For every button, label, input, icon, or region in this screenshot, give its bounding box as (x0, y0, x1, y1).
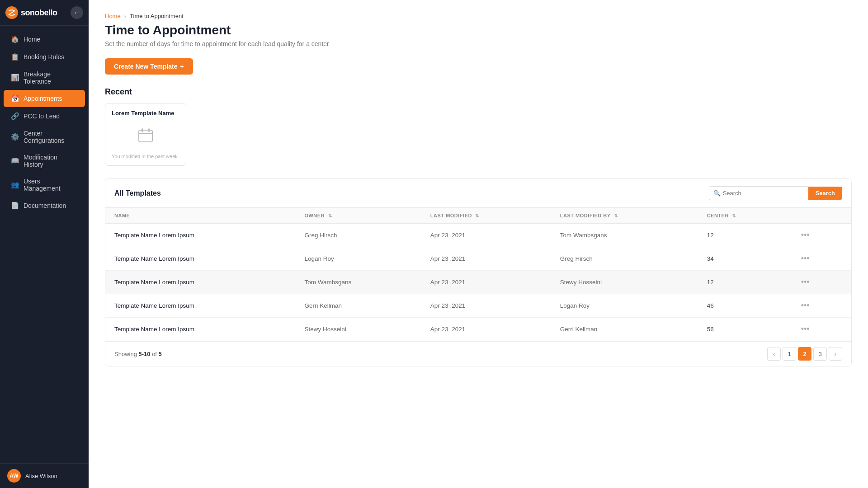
breakage-tolerance-icon: 📊 (11, 74, 19, 82)
center-sort-icon[interactable]: ⇅ (732, 213, 736, 218)
users-management-icon: 👥 (11, 181, 19, 189)
cell-center: 46 (698, 294, 789, 318)
logo-text: sonobello (21, 8, 57, 18)
next-page-button[interactable]: › (829, 347, 842, 361)
col-header-last-modified-by: LAST MODIFIED BY ⇅ (551, 208, 698, 224)
booking-rules-icon: 📋 (11, 53, 19, 61)
col-header-owner: OWNER ⇅ (295, 208, 421, 224)
page-title: Time to Appointment (105, 23, 852, 38)
sidebar-item-center-configurations[interactable]: ⚙️Center Configurations (4, 125, 85, 149)
sidebar-item-pcc-to-lead[interactable]: 🔗PCC to Lead (4, 108, 85, 125)
col-header-center: CENTER ⇅ (698, 208, 789, 224)
sidebar-item-modification-history[interactable]: 📖Modification History (4, 149, 85, 173)
sidebar-header: sonobello ← (0, 0, 89, 26)
last-modified-sort-icon[interactable]: ⇅ (475, 213, 479, 218)
sidebar-item-home[interactable]: 🏠Home (4, 31, 85, 48)
table-row: Template Name Lorem Ipsum Greg Hirsch Ap… (105, 224, 851, 247)
cell-owner: Stewy Hosseini (295, 318, 421, 341)
pcc-to-lead-icon: 🔗 (11, 112, 19, 120)
main-content: Home › Time to Appointment Time to Appoi… (89, 0, 868, 488)
sidebar-item-breakage-tolerance[interactable]: 📊Breakage Tolerance (4, 66, 85, 89)
create-new-template-button[interactable]: Create New Template + (105, 58, 193, 75)
sidebar-item-label: Appointments (24, 95, 62, 102)
cell-name[interactable]: Template Name Lorem Ipsum (105, 247, 295, 271)
showing-range: 5-10 (138, 351, 150, 357)
center-configurations-icon: ⚙️ (11, 133, 19, 141)
search-input-container: 🔍 (709, 186, 808, 200)
cell-last-modified: Apr 23 ,2021 (421, 224, 551, 247)
row-actions-button[interactable]: ••• (798, 253, 812, 264)
sidebar-item-users-management[interactable]: 👥Users Management (4, 173, 85, 197)
templates-table: NAME OWNER ⇅ LAST MODIFIED ⇅ LAST MODIFI… (105, 208, 851, 341)
page-1-button[interactable]: 1 (783, 347, 796, 361)
cell-last-modified: Apr 23 ,2021 (421, 271, 551, 294)
table-row: Template Name Lorem Ipsum Tom Wambsgans … (105, 271, 851, 294)
col-header-last-modified: LAST MODIFIED ⇅ (421, 208, 551, 224)
sidebar-item-label: Booking Rules (24, 53, 64, 61)
cell-last-modified-by: Gerri Kellman (551, 318, 698, 341)
create-btn-label: Create New Template (114, 63, 178, 70)
recent-card-footer: You modified in the past week (112, 154, 179, 159)
page-subtitle: Set the number of days for time to appoi… (105, 40, 852, 47)
prev-page-button[interactable]: ‹ (767, 347, 781, 361)
sidebar: sonobello ← 🏠Home📋Booking Rules📊Breakage… (0, 0, 89, 488)
cell-last-modified-by: Greg Hirsch (551, 247, 698, 271)
last-modified-by-sort-icon[interactable]: ⇅ (614, 213, 618, 218)
recent-card-icon (112, 124, 179, 146)
cell-last-modified-by: Tom Wambsgans (551, 224, 698, 247)
templates-header: All Templates 🔍 Search (105, 179, 851, 208)
cell-last-modified: Apr 23 ,2021 (421, 294, 551, 318)
sidebar-item-appointments[interactable]: 📅Appointments (4, 90, 85, 107)
table-header: NAME OWNER ⇅ LAST MODIFIED ⇅ LAST MODIFI… (105, 208, 851, 224)
avatar: AW (7, 469, 21, 483)
logo-icon (5, 6, 18, 19)
cell-center: 12 (698, 224, 789, 247)
showing-text: Showing 5-10 of 5 (114, 351, 162, 357)
row-actions-button[interactable]: ••• (798, 300, 812, 311)
user-name: Alise Wilson (25, 473, 57, 479)
cell-actions: ••• (789, 294, 851, 318)
recent-section-title: Recent (105, 87, 852, 97)
of-label: of (152, 351, 158, 357)
all-templates-section: All Templates 🔍 Search NAME OWNER ⇅ (105, 178, 852, 366)
back-button[interactable]: ← (71, 6, 83, 19)
cell-center: 12 (698, 271, 789, 294)
sidebar-footer: AW Alise Wilson (0, 463, 89, 488)
sidebar-item-documentation[interactable]: 📄Documentation (4, 197, 85, 214)
cell-name[interactable]: Template Name Lorem Ipsum (105, 271, 295, 294)
recent-card[interactable]: Lorem Template Name You modified in the … (105, 103, 186, 166)
breadcrumb: Home › Time to Appointment (105, 13, 852, 19)
table-body: Template Name Lorem Ipsum Greg Hirsch Ap… (105, 224, 851, 341)
documentation-icon: 📄 (11, 202, 19, 210)
create-btn-icon: + (180, 63, 184, 70)
search-button[interactable]: Search (808, 187, 842, 200)
row-actions-button[interactable]: ••• (798, 230, 812, 241)
cell-actions: ••• (789, 271, 851, 294)
sidebar-item-label: Documentation (24, 202, 66, 209)
svg-rect-1 (139, 130, 152, 142)
table-row: Template Name Lorem Ipsum Logan Roy Apr … (105, 247, 851, 271)
cell-owner: Tom Wambsgans (295, 271, 421, 294)
recent-section: Recent Lorem Template Name You modified … (105, 87, 852, 166)
row-actions-button[interactable]: ••• (798, 277, 812, 288)
sidebar-item-booking-rules[interactable]: 📋Booking Rules (4, 48, 85, 66)
cell-owner: Logan Roy (295, 247, 421, 271)
cell-name[interactable]: Template Name Lorem Ipsum (105, 318, 295, 341)
page-3-button[interactable]: 3 (813, 347, 827, 361)
breadcrumb-home[interactable]: Home (105, 13, 121, 19)
pagination-controls: ‹ 1 2 3 › (767, 347, 842, 361)
sidebar-item-label: Modification History (24, 154, 78, 168)
search-input[interactable] (709, 186, 808, 200)
modification-history-icon: 📖 (11, 157, 19, 165)
svg-rect-3 (142, 128, 143, 132)
logo: sonobello (5, 6, 57, 19)
cell-owner: Gerri Kellman (295, 294, 421, 318)
cell-name[interactable]: Template Name Lorem Ipsum (105, 294, 295, 318)
search-icon: 🔍 (713, 190, 721, 197)
owner-sort-icon[interactable]: ⇅ (328, 213, 332, 218)
page-2-button[interactable]: 2 (798, 347, 811, 361)
row-actions-button[interactable]: ••• (798, 324, 812, 335)
col-header-actions (789, 208, 851, 224)
home-icon: 🏠 (11, 35, 19, 43)
cell-name[interactable]: Template Name Lorem Ipsum (105, 224, 295, 247)
